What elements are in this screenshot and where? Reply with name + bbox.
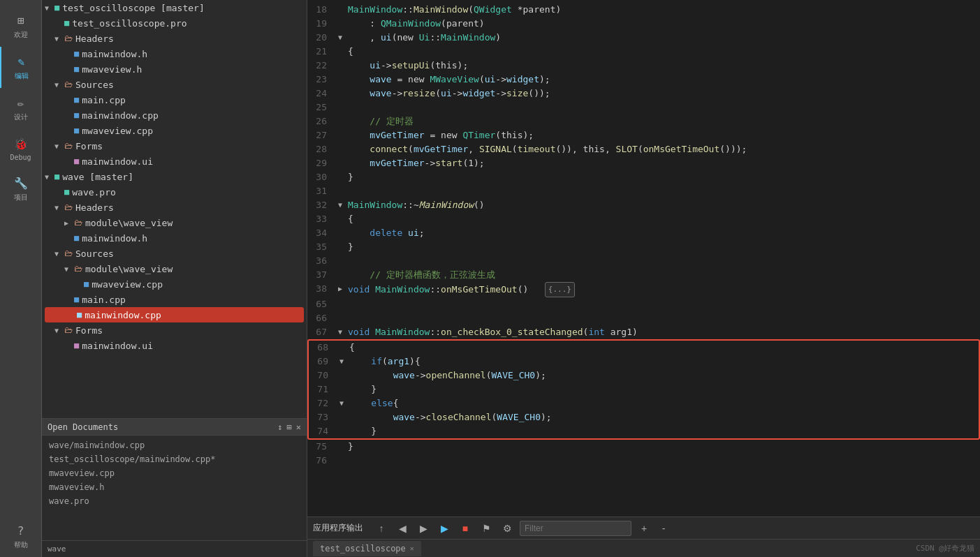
- tree-arrow[interactable]: ▼: [45, 4, 54, 12]
- tree-item-mwaveview-cpp1[interactable]: ■ mwaveview.cpp: [42, 123, 307, 138]
- line-content: {: [345, 212, 980, 226]
- open-doc-name: wave.pro: [49, 496, 89, 506]
- code-line-21: 21 {: [307, 45, 980, 59]
- open-doc-item[interactable]: mwaveview.h: [42, 480, 307, 494]
- tree-item-mwaveview-cpp2[interactable]: ■ mwaveview.cpp: [42, 276, 307, 292]
- sidebar-item-project[interactable]: 🔧 项目: [0, 168, 41, 209]
- toolbar-flag-icon[interactable]: ⚑: [478, 521, 495, 536]
- line-number: 65: [307, 297, 335, 311]
- tree-item-forms1[interactable]: ▼ 🗁 Forms: [42, 138, 307, 154]
- toolbar-up-icon[interactable]: ↑: [373, 521, 390, 536]
- open-doc-item[interactable]: mwaveview.cpp: [42, 466, 307, 480]
- sidebar-item-edit[interactable]: ✎ 编辑: [0, 47, 41, 88]
- folder-module-icon: 🗁: [74, 264, 82, 274]
- tree-item-name: mainwindow.cpp: [82, 110, 159, 121]
- tree-arrow[interactable]: ▼: [54, 327, 64, 334]
- filter-input[interactable]: [520, 521, 631, 536]
- tree-item-mainwindow-h2[interactable]: ■ mainwindow.h: [42, 230, 307, 246]
- line-number: 33: [307, 212, 335, 226]
- sidebar-item-welcome[interactable]: ⊞ 欢迎: [0, 6, 41, 47]
- design-icon: ✏: [13, 95, 29, 110]
- toolbar-prev-icon[interactable]: ◀: [394, 521, 411, 536]
- tree-item-mainwindow-ui1[interactable]: ■ mainwindow.ui: [42, 154, 307, 169]
- file-tree-panel: ▼ ■ test_oscilloscope [master] ■ test_os…: [42, 0, 307, 557]
- tree-item-module-wave-view1[interactable]: ▶ 🗁 module\wave_view: [42, 215, 307, 230]
- line-arrow[interactable]: ▼: [335, 325, 345, 339]
- tree-item-mainwindow-h1[interactable]: ■ mainwindow.h: [42, 46, 307, 61]
- tree-item-mwaveview-h1[interactable]: ■ mwaveview.h: [42, 61, 307, 77]
- tree-arrow[interactable]: ▼: [54, 35, 64, 43]
- line-number: 37: [307, 268, 335, 282]
- code-line-32: 32 ▼ MainWindow::~MainWindow(): [307, 198, 980, 212]
- tree-item-t-osc-master[interactable]: ▼ ■ test_oscilloscope [master]: [42, 0, 307, 15]
- tree-item-mainwindow-cpp2-selected[interactable]: ■ mainwindow.cpp: [45, 307, 304, 322]
- cpp-file-icon: ■: [77, 310, 82, 320]
- tree-item-sources1[interactable]: ▼ 🗁 Sources: [42, 77, 307, 92]
- line-number: 70: [309, 369, 337, 383]
- toolbar-settings-icon[interactable]: ⚙: [499, 521, 515, 536]
- tree-item-wave-master[interactable]: ▼ ■ wave [master]: [42, 169, 307, 184]
- tree-arrow[interactable]: ▶: [64, 219, 74, 227]
- collapsed-block[interactable]: {...}: [545, 282, 575, 297]
- cpp-file-icon: ■: [74, 110, 79, 120]
- line-content: MainWindow::~MainWindow(): [345, 198, 980, 212]
- refresh-icon[interactable]: ↕: [277, 422, 282, 432]
- tree-item-headers1[interactable]: ▼ 🗁 Headers: [42, 31, 307, 46]
- open-doc-name: wave/mainwindow.cpp: [49, 440, 145, 450]
- code-line-26: 26 // 定时器: [307, 114, 980, 128]
- tree-item-mainwindow-ui2[interactable]: ■ mainwindow.ui: [42, 338, 307, 353]
- sidebar-item-design[interactable]: ✏ 设计: [0, 88, 41, 129]
- tree-arrow[interactable]: ▼: [54, 204, 64, 211]
- tree-item-name: mainwindow.cpp: [85, 310, 161, 320]
- tree-item-name: Forms: [75, 141, 103, 151]
- code-line-69: 69 ▼ if(arg1){: [309, 355, 979, 369]
- tree-item-module-wave-view2[interactable]: ▼ 🗁 module\wave_view: [42, 261, 307, 276]
- tree-item-headers2[interactable]: ▼ 🗁 Headers: [42, 200, 307, 215]
- tab-close-icon[interactable]: ✕: [410, 544, 414, 552]
- sidebar-label-help: 帮助: [14, 540, 28, 550]
- tree-arrow[interactable]: ▼: [54, 250, 64, 258]
- line-arrow[interactable]: ▼: [337, 355, 346, 369]
- file-tree-scroll[interactable]: ▼ ■ test_oscilloscope [master] ■ test_os…: [42, 0, 307, 418]
- tree-item-name: wave [master]: [62, 172, 133, 182]
- open-docs-list[interactable]: wave/mainwindow.cpp test_oscilloscope/ma…: [42, 436, 307, 540]
- folder-s-icon: 🗁: [64, 248, 73, 258]
- tree-item-sources2[interactable]: ▼ 🗁 Sources: [42, 246, 307, 261]
- sidebar-item-debug[interactable]: 🐞 Debug: [0, 129, 41, 168]
- code-line-29: 29 mvGetTimer->start(1);: [307, 156, 980, 170]
- tree-arrow[interactable]: ▼: [64, 265, 74, 273]
- close-docs-icon[interactable]: ✕: [296, 422, 301, 432]
- tree-arrow[interactable]: ▼: [45, 173, 54, 181]
- toolbar-next-icon[interactable]: ▶: [415, 521, 432, 536]
- add-tab-icon[interactable]: ⊞: [287, 422, 292, 432]
- open-doc-item[interactable]: test_oscilloscope/mainwindow.cpp*: [42, 452, 307, 466]
- minus-button[interactable]: -: [655, 521, 672, 536]
- toolbar-run-icon[interactable]: ▶: [436, 521, 453, 536]
- line-arrow[interactable]: ▼: [335, 31, 345, 45]
- bottom-tab-oscilloscope[interactable]: test_oscilloscope ✕: [313, 541, 421, 556]
- tree-item-main-cpp1[interactable]: ■ main.cpp: [42, 92, 307, 107]
- tree-item-name: mwaveview.cpp: [82, 126, 153, 136]
- tree-item-forms2[interactable]: ▼ 🗁 Forms: [42, 322, 307, 338]
- ui-file-icon: ■: [74, 341, 79, 350]
- tree-item-wave-pro[interactable]: ■ wave.pro: [42, 184, 307, 200]
- sidebar-item-help[interactable]: ? 帮助: [0, 516, 41, 557]
- line-arrow[interactable]: ▼: [337, 396, 346, 410]
- tree-item-t-osc-pro[interactable]: ■ test_oscilloscope.pro: [42, 15, 307, 31]
- cpp-file-icon: ■: [74, 295, 79, 304]
- tree-arrow[interactable]: ▼: [54, 81, 64, 89]
- line-arrow[interactable]: ▼: [335, 198, 345, 212]
- line-arrow[interactable]: ▶: [335, 282, 345, 296]
- tree-item-main-cpp2[interactable]: ■ main.cpp: [42, 292, 307, 307]
- tree-item-name: main.cpp: [82, 95, 126, 105]
- tree-item-mainwindow-cpp1[interactable]: ■ mainwindow.cpp: [42, 107, 307, 123]
- code-line-24: 24 wave->resize(ui->widget->size());: [307, 87, 980, 101]
- code-editor[interactable]: 18 MainWindow::MainWindow(QWidget *paren…: [307, 0, 980, 517]
- open-doc-item[interactable]: wave/mainwindow.cpp: [42, 438, 307, 452]
- open-doc-item[interactable]: wave.pro: [42, 494, 307, 508]
- sidebar-label-debug: Debug: [10, 154, 31, 161]
- tree-arrow[interactable]: ▼: [54, 142, 64, 150]
- watermark-text: CSDN @好奇龙猫: [916, 543, 974, 554]
- toolbar-stop-icon[interactable]: ■: [457, 521, 474, 536]
- plus-button[interactable]: +: [636, 521, 652, 536]
